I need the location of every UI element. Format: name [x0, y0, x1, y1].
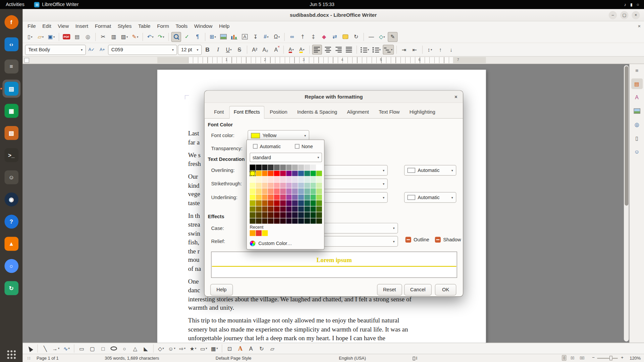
color-swatch[interactable]	[280, 212, 286, 218]
close-document-icon[interactable]: ×	[638, 23, 641, 29]
color-swatch[interactable]	[268, 206, 274, 212]
single-page-view-button[interactable]: ▯	[562, 355, 567, 361]
sidebar-navigator-button[interactable]: ◎	[631, 119, 642, 130]
align-center-button[interactable]	[323, 45, 332, 54]
menu-format[interactable]: Format	[92, 22, 114, 30]
basic-shapes-button[interactable]: ◇▾	[156, 344, 166, 353]
edit-points-button[interactable]: ⊡	[225, 344, 234, 353]
scrollbar-thumb[interactable]	[625, 66, 628, 205]
color-swatch[interactable]	[274, 200, 280, 206]
dock-item-chromium[interactable]: ○	[2, 257, 20, 275]
block-arrows-dropdown-arrow[interactable]: ▾	[184, 347, 185, 350]
custom-color-button[interactable]: Custom Color…	[250, 239, 321, 248]
print-button[interactable]: ▤	[72, 32, 82, 42]
clock[interactable]: Jun 5 15:33	[310, 2, 334, 7]
sidebar-accessibility-check-button[interactable]: ☺	[631, 146, 642, 157]
color-swatch[interactable]	[310, 194, 316, 200]
select-button[interactable]	[25, 344, 35, 353]
insert-page-break-button[interactable]: ↧	[251, 32, 260, 42]
print-preview-button[interactable]: ◎	[83, 32, 93, 42]
square-button[interactable]: □	[98, 344, 108, 353]
insert-line-button[interactable]: ╲	[40, 344, 50, 353]
color-swatch[interactable]	[250, 165, 255, 170]
line-spacing-dropdown-arrow[interactable]: ▾	[431, 48, 432, 51]
lines-and-arrows-button[interactable]: →▾	[51, 344, 61, 353]
dock-item-libreoffice-calc[interactable]: ▦	[2, 102, 20, 120]
undo-dropdown-arrow[interactable]: ▾	[152, 35, 153, 39]
show-draw-functions-button[interactable]: ✎	[388, 32, 397, 42]
zoom-slider-handle[interactable]	[609, 356, 612, 360]
tab-font-effects[interactable]: Font Effects	[229, 106, 264, 119]
increase-paragraph-spacing-button[interactable]: ↑	[436, 45, 445, 54]
color-swatch[interactable]	[256, 165, 262, 170]
color-swatch[interactable]	[298, 188, 304, 194]
undo-button[interactable]: ↶▾	[145, 32, 155, 42]
dock-item-libreoffice-writer[interactable]: ▤	[2, 80, 20, 98]
color-swatch[interactable]	[250, 182, 255, 188]
system-tray[interactable]: ♪▮○	[624, 2, 644, 7]
redo-button[interactable]: ↷▾	[156, 32, 166, 42]
cut-button[interactable]: ✂	[98, 32, 108, 42]
recent-color-swatch[interactable]	[256, 230, 262, 236]
dock-item-vscode[interactable]: ‹›	[2, 35, 20, 53]
color-swatch[interactable]	[274, 218, 280, 224]
color-swatch[interactable]	[262, 200, 268, 206]
insert-special-character-dropdown-arrow[interactable]: ▾	[278, 35, 280, 39]
menu-styles[interactable]: Styles	[114, 22, 135, 30]
callout-shapes-dropdown-arrow[interactable]: ▾	[206, 347, 207, 350]
font-name-combo[interactable]: C059 ▾	[108, 45, 177, 55]
insert-image-button[interactable]	[218, 32, 228, 42]
insert-field-dropdown-arrow[interactable]: ▾	[267, 35, 268, 39]
zoom-level[interactable]: 120%	[630, 355, 641, 360]
rounded-rectangle-button[interactable]: ▢	[88, 344, 97, 353]
fontwork-button[interactable]: A	[235, 344, 245, 353]
color-swatch[interactable]	[268, 212, 274, 218]
color-swatch[interactable]	[286, 177, 292, 182]
book-view-button[interactable]: ▯|▯	[579, 355, 586, 361]
color-swatch[interactable]	[280, 194, 286, 200]
menu-view[interactable]: View	[54, 22, 72, 30]
dock-item-steam[interactable]: ◉	[2, 190, 20, 208]
color-swatch[interactable]	[274, 177, 280, 182]
paragraph-style-combo[interactable]: Text Body ▾	[25, 45, 86, 55]
clear-formatting-button[interactable]: A	[271, 45, 281, 54]
vertical-scrollbar[interactable]	[624, 65, 629, 342]
insert-cross-reference-button[interactable]: ⇄	[330, 32, 339, 42]
reset-button[interactable]: Reset	[377, 284, 402, 295]
color-swatch[interactable]	[268, 177, 274, 182]
menu-table[interactable]: Table	[135, 22, 154, 30]
outline-list-button[interactable]: ▾	[383, 45, 393, 54]
color-swatch[interactable]	[316, 218, 322, 224]
insert-special-character-button[interactable]: Ω▾	[272, 32, 282, 42]
horizontal-line-button[interactable]: —	[366, 32, 376, 42]
save-dropdown-arrow[interactable]: ▾	[53, 35, 55, 39]
new-style-button[interactable]: A+	[97, 45, 107, 54]
help-button[interactable]: Help	[210, 284, 233, 295]
sidebar-properties-button[interactable]: ▤	[631, 78, 642, 89]
find-and-replace-button[interactable]	[171, 32, 181, 42]
color-swatch[interactable]	[256, 177, 262, 182]
color-swatch[interactable]	[304, 182, 310, 188]
color-swatch[interactable]	[286, 200, 292, 206]
color-swatch[interactable]	[262, 177, 268, 182]
color-swatch[interactable]	[268, 200, 274, 206]
color-swatch[interactable]	[256, 200, 262, 206]
insert-text-box-button[interactable]: A	[240, 32, 250, 42]
color-swatch[interactable]	[286, 212, 292, 218]
color-swatch[interactable]	[274, 206, 280, 212]
recent-color-swatch[interactable]	[262, 230, 268, 236]
title-bar[interactable]: sudibasbd.docx - LibreOffice Writer – ▢ …	[22, 9, 644, 21]
color-swatch[interactable]	[304, 188, 310, 194]
dock-item-libreoffice-impress[interactable]: ▧	[2, 124, 20, 142]
selection-mode-icon[interactable]: ∷	[28, 355, 30, 360]
stars-and-banners-button[interactable]: ★▾	[188, 344, 198, 353]
insert-bookmark-button[interactable]: ◆	[319, 32, 329, 42]
color-swatch[interactable]	[280, 171, 286, 176]
color-swatch[interactable]	[316, 200, 322, 206]
color-swatch[interactable]	[292, 182, 298, 188]
zoom-out-button[interactable]: −	[592, 355, 595, 360]
font-color-select[interactable]: Yellow ▾	[248, 130, 309, 141]
color-swatch[interactable]	[292, 206, 298, 212]
insert-endnote-button[interactable]: ‡	[309, 32, 318, 42]
tab-indents-spacing[interactable]: Indents & Spacing	[292, 106, 341, 118]
